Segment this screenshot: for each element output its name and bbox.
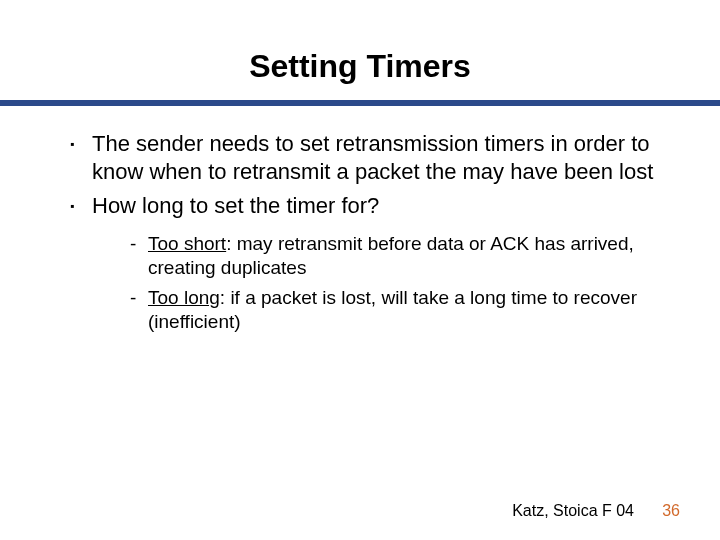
square-bullet-icon: ▪ — [70, 130, 92, 158]
bullet-text: How long to set the timer for? — [92, 192, 379, 220]
sub-bullet-item: - Too short: may retransmit before data … — [130, 232, 670, 280]
sub-bullet-text: Too short: may retransmit before data or… — [148, 232, 670, 280]
slide-title: Setting Timers — [0, 48, 720, 85]
bullet-text: The sender needs to set retransmission t… — [92, 130, 670, 186]
sub-bullet-text: Too long: if a packet is lost, will take… — [148, 286, 670, 334]
dash-bullet-icon: - — [130, 286, 148, 310]
slide-body: ▪ The sender needs to set retransmission… — [70, 130, 670, 340]
page-number: 36 — [662, 502, 680, 520]
bullet-item: ▪ How long to set the timer for? — [70, 192, 670, 220]
title-divider — [0, 100, 720, 106]
slide: Setting Timers ▪ The sender needs to set… — [0, 0, 720, 540]
dash-bullet-icon: - — [130, 232, 148, 256]
sub-bullet-label: Too short — [148, 233, 226, 254]
bullet-item: ▪ The sender needs to set retransmission… — [70, 130, 670, 186]
sub-bullet-item: - Too long: if a packet is lost, will ta… — [130, 286, 670, 334]
sub-bullet-label: Too long — [148, 287, 220, 308]
footer-credit: Katz, Stoica F 04 — [512, 502, 634, 520]
sub-bullet-group: - Too short: may retransmit before data … — [130, 232, 670, 334]
sub-bullet-rest: : if a packet is lost, will take a long … — [148, 287, 637, 332]
square-bullet-icon: ▪ — [70, 192, 92, 220]
